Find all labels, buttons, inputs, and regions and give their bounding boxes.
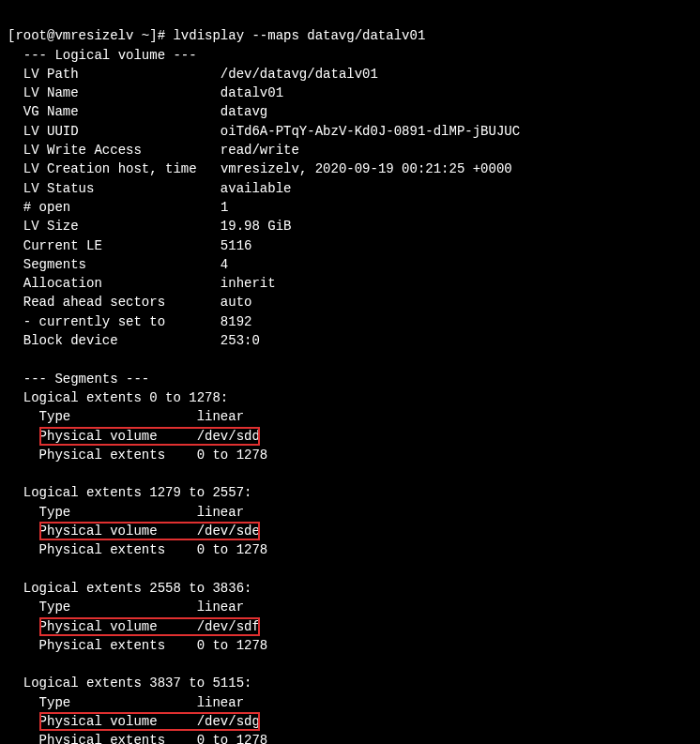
seg0-pv-row: Physical volume /dev/sdd: [39, 427, 260, 446]
seg1-pv-label: Physical volume: [39, 524, 158, 539]
seg1-type-value: linear: [197, 505, 244, 520]
currently-set-label: - currently set to: [23, 314, 165, 329]
seg2-pv-value: /dev/sdf: [197, 619, 260, 634]
seg0-pe-label: Physical extents: [39, 448, 165, 463]
seg0-pv-label: Physical volume: [39, 429, 158, 444]
lv-ctime-value: vmresizelv, 2020-09-19 00:21:25 +0000: [221, 161, 512, 176]
seg3-pv-label: Physical volume: [39, 714, 158, 729]
seg3-type-label: Type: [39, 695, 71, 710]
seg2-pv-label: Physical volume: [39, 619, 158, 634]
seg-header: --- Segments ---: [23, 372, 149, 387]
seg0-type-label: Type: [39, 409, 71, 424]
readahead-value: auto: [221, 295, 252, 310]
open-label: # open: [23, 200, 70, 215]
vg-name-label: VG Name: [23, 104, 79, 119]
lv-uuid-label: LV UUID: [23, 124, 79, 139]
open-value: 1: [221, 200, 228, 215]
seg1-title: Logical extents 1279 to 2557:: [23, 485, 252, 500]
lv-size-value: 19.98 GiB: [221, 219, 292, 234]
seg2-pe-value: 0 to 1278: [197, 638, 268, 653]
blockdev-label: Block device: [23, 333, 118, 348]
lv-write-value: read/write: [221, 143, 299, 158]
seg2-type-label: Type: [39, 600, 71, 615]
seg1-pv-value: /dev/sde: [197, 524, 260, 539]
seg3-pe-value: 0 to 1278: [197, 733, 268, 744]
prompt-line: [root@vmresizelv ~]# lvdisplay --maps da…: [8, 28, 425, 43]
seg0-pe-value: 0 to 1278: [197, 448, 268, 463]
seg3-pv-row: Physical volume /dev/sdg: [39, 712, 260, 731]
currently-set-value: 8192: [221, 314, 252, 329]
lv-path-label: LV Path: [23, 67, 79, 82]
lv-write-label: LV Write Access: [23, 143, 142, 158]
alloc-label: Allocation: [23, 276, 102, 291]
seg1-pe-value: 0 to 1278: [197, 542, 268, 557]
seg3-pe-label: Physical extents: [39, 733, 165, 744]
seg0-pv-value: /dev/sdd: [197, 429, 260, 444]
segments-label: Segments: [23, 257, 86, 272]
lv-size-label: LV Size: [23, 219, 79, 234]
lv-uuid-value: oiTd6A-PTqY-AbzV-Kd0J-0891-dlMP-jBUJUC: [221, 124, 520, 139]
current-le-label: Current LE: [23, 238, 102, 253]
seg2-title: Logical extents 2558 to 3836:: [23, 581, 252, 596]
seg2-pv-row: Physical volume /dev/sdf: [39, 617, 260, 636]
lv-name-label: LV Name: [23, 85, 79, 100]
seg1-pe-label: Physical extents: [39, 542, 165, 557]
lv-name-value: datalv01: [221, 85, 283, 100]
seg1-type-label: Type: [39, 505, 71, 520]
seg0-title: Logical extents 0 to 1278:: [23, 390, 228, 405]
seg1-pv-row: Physical volume /dev/sde: [39, 522, 260, 540]
seg2-pe-label: Physical extents: [39, 638, 165, 653]
lv-ctime-label: LV Creation host, time: [23, 161, 197, 176]
readahead-label: Read ahead sectors: [23, 295, 165, 310]
seg0-type-value: linear: [197, 409, 244, 424]
seg3-type-value: linear: [197, 695, 244, 710]
seg2-type-value: linear: [197, 600, 244, 615]
lv-status-label: LV Status: [23, 181, 95, 196]
lv-header: --- Logical volume ---: [23, 48, 197, 63]
seg3-title: Logical extents 3837 to 5115:: [23, 676, 252, 691]
vg-name-value: datavg: [221, 104, 267, 119]
seg3-pv-value: /dev/sdg: [197, 714, 260, 729]
alloc-value: inherit: [221, 276, 276, 291]
lv-status-value: available: [221, 181, 292, 196]
lv-path-value: /dev/datavg/datalv01: [221, 67, 378, 82]
current-le-value: 5116: [221, 238, 252, 253]
blockdev-value: 253:0: [221, 333, 260, 348]
segments-value: 4: [221, 257, 228, 272]
